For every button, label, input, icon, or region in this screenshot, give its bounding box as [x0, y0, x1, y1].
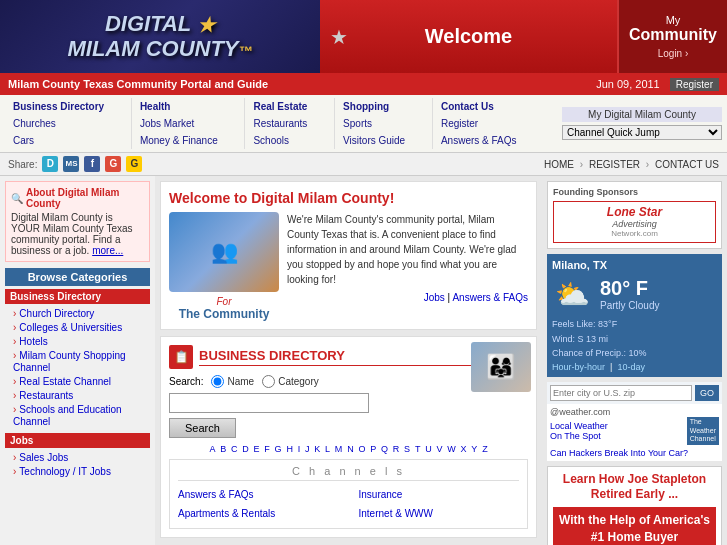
- alpha-o[interactable]: O: [358, 444, 365, 454]
- sidebar-restaurants[interactable]: Restaurants: [13, 390, 73, 401]
- contact-link[interactable]: CONTACT US: [655, 159, 719, 170]
- nav-churches[interactable]: Churches: [13, 115, 123, 132]
- alpha-x[interactable]: X: [461, 444, 467, 454]
- alpha-q[interactable]: Q: [381, 444, 388, 454]
- search-label: Search:: [169, 376, 203, 387]
- channel-insurance[interactable]: Insurance: [359, 486, 520, 504]
- search-input[interactable]: [169, 393, 369, 413]
- alpha-k[interactable]: K: [314, 444, 320, 454]
- nav-restaurants[interactable]: Restaurants: [253, 115, 326, 132]
- alpha-j[interactable]: J: [305, 444, 310, 454]
- channels-section: C h a n n e l s Answers & FAQs Insurance…: [169, 459, 528, 529]
- alpha-links: A B C D E F G H I J K L M N O P Q R S T: [169, 443, 528, 454]
- weather-go-button[interactable]: GO: [695, 385, 719, 401]
- sidebar-about-title: 🔍 About Digital Milam County: [11, 187, 144, 209]
- alpha-c[interactable]: C: [231, 444, 238, 454]
- alpha-e[interactable]: E: [254, 444, 260, 454]
- weather-widget: Milano, TX ⛅ 80° F Partly Cloudy Feels L…: [547, 254, 722, 377]
- alpha-s[interactable]: S: [404, 444, 410, 454]
- sidebar-church[interactable]: Church Directory: [13, 308, 94, 319]
- nav-col-contact: Contact Us Register Answers & FAQs: [433, 98, 543, 149]
- nav-right: My Digital Milam County Channel Quick Ju…: [562, 98, 722, 149]
- name-radio[interactable]: [211, 375, 224, 388]
- alpha-z[interactable]: Z: [482, 444, 488, 454]
- alpha-m[interactable]: M: [335, 444, 343, 454]
- sidebar-tech-jobs[interactable]: Technology / IT Jobs: [13, 466, 111, 477]
- sidebar-schools-channel[interactable]: Schools and Education Channel: [13, 404, 122, 427]
- nav-schools[interactable]: Schools: [253, 132, 326, 149]
- home-link[interactable]: HOME: [544, 159, 574, 170]
- msn-icon[interactable]: MS: [63, 156, 79, 172]
- alpha-v[interactable]: V: [436, 444, 442, 454]
- alpha-l[interactable]: L: [325, 444, 330, 454]
- google-icon[interactable]: G: [105, 156, 121, 172]
- name-radio-label: Name: [211, 375, 254, 388]
- my-label: My: [666, 14, 681, 26]
- alpha-a[interactable]: A: [209, 444, 215, 454]
- nav-sports[interactable]: Sports: [343, 115, 424, 132]
- nav-visitors[interactable]: Visitors Guide: [343, 132, 424, 149]
- tenday-link[interactable]: 10-day: [617, 362, 645, 372]
- header-community[interactable]: My Community Login ›: [617, 0, 727, 73]
- nav-header-business[interactable]: Business Directory: [13, 98, 123, 115]
- weather-at: @weather.com: [550, 407, 610, 417]
- hackers-article-link[interactable]: Can Hackers Break Into Your Car?: [550, 448, 719, 458]
- weather-search: GO: [547, 382, 722, 404]
- category-radio[interactable]: [262, 375, 275, 388]
- alpha-g[interactable]: G: [275, 444, 282, 454]
- alpha-h[interactable]: H: [286, 444, 293, 454]
- on-the-spot-link[interactable]: On The Spot: [550, 431, 608, 441]
- nav-register[interactable]: Register: [441, 115, 535, 132]
- channel-apartments[interactable]: Apartments & Rentals: [178, 505, 339, 523]
- sidebar-more-link[interactable]: more...: [92, 245, 123, 256]
- nav-jobs-market[interactable]: Jobs Market: [140, 115, 237, 132]
- digg-icon[interactable]: D: [42, 156, 58, 172]
- hourly-link[interactable]: Hour-by-hour: [552, 362, 605, 372]
- nav-money[interactable]: Money & Finance: [140, 132, 237, 149]
- nav-faqs[interactable]: Answers & FAQs: [441, 132, 535, 149]
- local-weather-link[interactable]: Local Weather: [550, 421, 608, 431]
- channel-answers-faqs[interactable]: Answers & FAQs: [178, 486, 339, 504]
- alpha-p[interactable]: P: [370, 444, 376, 454]
- alpha-t[interactable]: T: [415, 444, 421, 454]
- sidebar-hotels[interactable]: Hotels: [13, 336, 48, 347]
- sidebar-colleges[interactable]: Colleges & Universities: [13, 322, 122, 333]
- sidebar-sales-jobs[interactable]: Sales Jobs: [13, 452, 68, 463]
- alpha-y[interactable]: Y: [471, 444, 477, 454]
- twitter-icon[interactable]: G: [126, 156, 142, 172]
- share-bar: Share: D MS f G G HOME › REGISTER › CONT…: [0, 153, 727, 176]
- sidebar-jobs-header: Jobs: [5, 433, 150, 448]
- nav-cars[interactable]: Cars: [13, 132, 123, 149]
- subheader: Milam County Texas Community Portal and …: [0, 73, 727, 95]
- channel-jump-select[interactable]: Channel Quick Jump: [562, 125, 722, 140]
- weather-zip-input[interactable]: [550, 385, 692, 401]
- alpha-r[interactable]: R: [393, 444, 400, 454]
- facebook-icon[interactable]: f: [84, 156, 100, 172]
- alpha-d[interactable]: D: [242, 444, 249, 454]
- alpha-f[interactable]: F: [264, 444, 270, 454]
- register-button[interactable]: Register: [670, 78, 719, 91]
- alpha-w[interactable]: W: [447, 444, 456, 454]
- weather-precip: Chance of Precip.: 10%: [552, 346, 717, 360]
- welcome-image: 👥: [169, 212, 279, 292]
- nav-header-shopping[interactable]: Shopping: [343, 98, 424, 115]
- search-input-row: [169, 393, 528, 413]
- nav-header-contact[interactable]: Contact Us: [441, 98, 535, 115]
- login-link[interactable]: Login ›: [658, 48, 689, 59]
- search-button[interactable]: Search: [169, 418, 236, 438]
- alpha-n[interactable]: N: [347, 444, 354, 454]
- register-link[interactable]: REGISTER: [589, 159, 640, 170]
- alpha-b[interactable]: B: [220, 444, 226, 454]
- nav-header-health[interactable]: Health: [140, 98, 237, 115]
- alpha-i[interactable]: I: [298, 444, 301, 454]
- logo-star: ★: [197, 15, 215, 37]
- sidebar-shopping-channel[interactable]: Milam County Shopping Channel: [13, 350, 126, 373]
- channel-internet[interactable]: Internet & WWW: [359, 505, 520, 523]
- nav-header-realestate[interactable]: Real Estate: [253, 98, 326, 115]
- answers-faqs-link[interactable]: Answers & FAQs: [452, 292, 528, 303]
- alpha-u[interactable]: U: [425, 444, 432, 454]
- jobs-link[interactable]: Jobs: [424, 292, 445, 303]
- nav-col-shopping: Shopping Sports Visitors Guide: [335, 98, 433, 149]
- sidebar-realestate-channel[interactable]: Real Estate Channel: [13, 376, 111, 387]
- weather-links: Hour-by-hour | 10-day: [552, 362, 717, 372]
